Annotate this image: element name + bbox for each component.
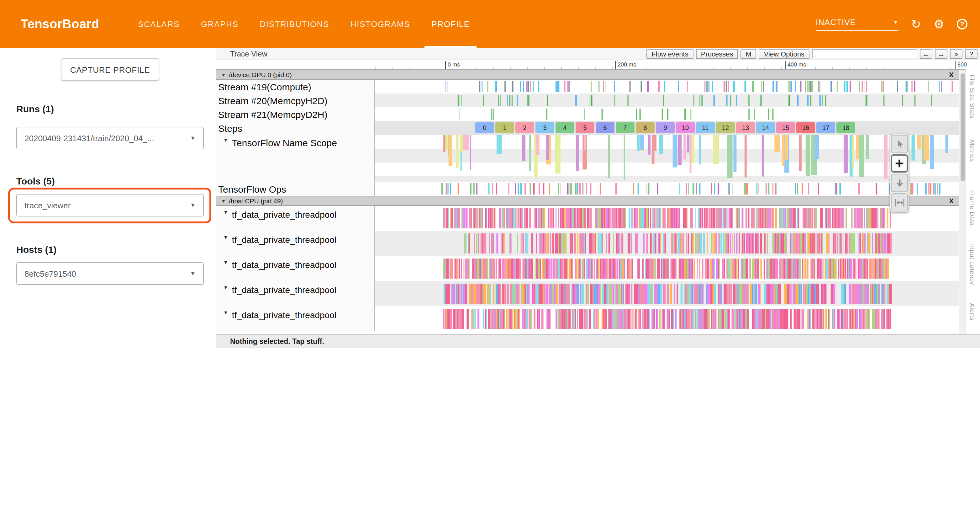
trace-lane[interactable] xyxy=(375,94,959,107)
scrollbar-thumb[interactable] xyxy=(961,73,965,181)
trace-lane[interactable] xyxy=(375,135,959,182)
collapse-caret-icon[interactable]: ▼ xyxy=(223,137,228,143)
step-block[interactable]: 5 xyxy=(576,122,594,133)
trace-lane-canvas xyxy=(375,281,959,306)
tab-metrics[interactable]: Metrics xyxy=(969,140,975,162)
step-block[interactable]: 14 xyxy=(756,122,775,133)
chevron-down-icon: ▼ xyxy=(190,271,196,277)
step-block[interactable]: 2 xyxy=(515,122,534,133)
step-block[interactable]: 18 xyxy=(837,122,855,133)
step-block[interactable]: 12 xyxy=(716,122,735,133)
details-status-text: Nothing selected. Tap stuff. xyxy=(230,337,324,345)
capture-profile-button[interactable]: CAPTURE PROFILE xyxy=(61,58,159,81)
step-block[interactable]: 4 xyxy=(555,122,574,133)
steps-lane[interactable]: 0123456789101112131415161718 xyxy=(375,121,959,135)
tab-scalars[interactable]: SCALARS xyxy=(127,0,190,48)
app-title: TensorBoard xyxy=(21,17,99,31)
tools-dropdown-value: trace_viewer xyxy=(24,201,70,210)
trace-search-input[interactable] xyxy=(812,49,917,58)
details-panel: Nothing selected. Tap stuff. xyxy=(216,334,980,507)
collapse-caret-icon[interactable]: ▼ xyxy=(223,235,228,240)
step-block[interactable]: 16 xyxy=(796,122,815,133)
status-dropdown[interactable]: INACTIVE ▼ xyxy=(816,17,899,30)
row-label-threadpool: ▼ tf_data_private_threadpool xyxy=(216,206,375,231)
tab-input-latency[interactable]: Input Latency xyxy=(969,244,975,285)
trace-lane-canvas xyxy=(375,256,959,281)
step-block[interactable]: 3 xyxy=(535,122,554,133)
table-row: Stream #19(Compute) xyxy=(216,80,959,94)
collapse-caret-icon[interactable]: ▼ xyxy=(223,210,228,215)
gpu-section-header[interactable]: ▼ /device:GPU:0 (pid 0) X xyxy=(216,70,959,80)
trace-lane[interactable] xyxy=(375,231,959,256)
step-block[interactable]: 1 xyxy=(495,122,514,133)
row-label-name-scope: ▼ TensorFlow Name Scope xyxy=(216,135,375,182)
step-block[interactable]: 13 xyxy=(736,122,755,133)
trace-toolbar: Trace View Flow events Processes M View … xyxy=(216,48,980,60)
collapse-caret-icon[interactable]: ▼ xyxy=(221,199,226,203)
pan-down-tool-icon[interactable] xyxy=(891,174,908,192)
tab-alerts[interactable]: Alerts xyxy=(969,303,975,320)
step-block[interactable]: 9 xyxy=(656,122,675,133)
horizontal-range-tool-icon[interactable] xyxy=(891,193,908,212)
runs-dropdown[interactable]: 20200409-231431/train/2020_04_... ▼ xyxy=(16,127,204,149)
row-label-stream21: Stream #21(MemcpyD2H) xyxy=(216,107,375,121)
hosts-dropdown[interactable]: 8efc5e791540 ▼ xyxy=(16,262,204,285)
trace-scrollbar[interactable] xyxy=(959,70,966,334)
chevron-down-icon: ▼ xyxy=(190,202,196,208)
header-actions: INACTIVE ▼ ↻ ⚙ ? xyxy=(816,17,967,30)
select-tool-icon[interactable] xyxy=(891,135,908,153)
trace-lane-canvas xyxy=(375,80,959,94)
ruler-label: 400 ms xyxy=(785,61,806,69)
gear-icon[interactable]: ⚙ xyxy=(934,18,944,30)
metrics-m-button[interactable]: M xyxy=(740,49,756,59)
row-label-threadpool: ▼ tf_data_private_threadpool xyxy=(216,231,375,256)
cpu-section-header[interactable]: ▼ /host:CPU (pid 49) X xyxy=(216,196,959,206)
gpu-section-title: /device:GPU:0 (pid 0) xyxy=(229,71,292,78)
tab-distributions[interactable]: DISTRIBUTIONS xyxy=(249,0,340,48)
trace-lane[interactable] xyxy=(375,281,959,306)
step-block[interactable]: 7 xyxy=(616,122,635,133)
step-block[interactable]: 6 xyxy=(596,122,614,133)
nav-tabs: SCALARS GRAPHS DISTRIBUTIONS HISTOGRAMS … xyxy=(127,0,480,48)
refresh-icon[interactable]: ↻ xyxy=(911,18,921,30)
flow-events-button[interactable]: Flow events xyxy=(646,49,693,59)
trace-lane-canvas xyxy=(375,135,959,182)
trace-lane[interactable] xyxy=(375,80,959,94)
processes-button[interactable]: Processes xyxy=(696,49,738,59)
tab-profile[interactable]: PROFILE xyxy=(421,0,480,48)
cpu-close-button[interactable]: X xyxy=(949,197,954,204)
step-block[interactable]: 10 xyxy=(676,122,695,133)
trace-lane[interactable] xyxy=(375,182,959,196)
help-icon[interactable]: ? xyxy=(957,19,967,29)
tab-frame-data[interactable]: Frame Data xyxy=(969,190,975,226)
trace-lane[interactable] xyxy=(375,206,959,231)
gpu-close-button[interactable]: X xyxy=(949,71,954,78)
view-options-button[interactable]: View Options xyxy=(759,49,810,59)
step-block[interactable]: 15 xyxy=(776,122,795,133)
collapse-caret-icon[interactable]: ▼ xyxy=(223,260,228,265)
table-row: ▼ tf_data_private_threadpool xyxy=(216,231,959,256)
collapse-caret-icon[interactable]: ▼ xyxy=(223,285,228,290)
table-row: ▼ tf_data_private_threadpool xyxy=(216,256,959,281)
trace-lane[interactable] xyxy=(375,256,959,281)
nav-forward-button[interactable]: » xyxy=(950,49,963,59)
collapse-caret-icon[interactable]: ▼ xyxy=(221,72,226,77)
tab-histograms[interactable]: HISTOGRAMS xyxy=(340,0,421,48)
trace-lane[interactable] xyxy=(375,107,959,121)
trace-lane[interactable] xyxy=(375,306,959,331)
collapse-caret-icon[interactable]: ▼ xyxy=(223,310,228,316)
nav-right-button[interactable]: → xyxy=(935,49,947,59)
help-button[interactable]: ? xyxy=(965,49,977,59)
step-block[interactable]: 0 xyxy=(475,122,494,133)
tab-graphs[interactable]: GRAPHS xyxy=(190,0,249,48)
tab-file-size-stats[interactable]: File Size Stats xyxy=(969,75,975,119)
tools-dropdown[interactable]: trace_viewer ▼ xyxy=(16,194,204,217)
nav-left-button[interactable]: ← xyxy=(920,49,932,59)
zoom-tool-icon[interactable] xyxy=(891,155,908,172)
step-block[interactable]: 8 xyxy=(636,122,655,133)
hosts-label: Hosts (1) xyxy=(16,244,56,255)
hosts-dropdown-value: 8efc5e791540 xyxy=(24,269,76,278)
step-block[interactable]: 17 xyxy=(816,122,835,133)
step-block[interactable]: 11 xyxy=(696,122,715,133)
runs-dropdown-value: 20200409-231431/train/2020_04_... xyxy=(24,133,154,143)
